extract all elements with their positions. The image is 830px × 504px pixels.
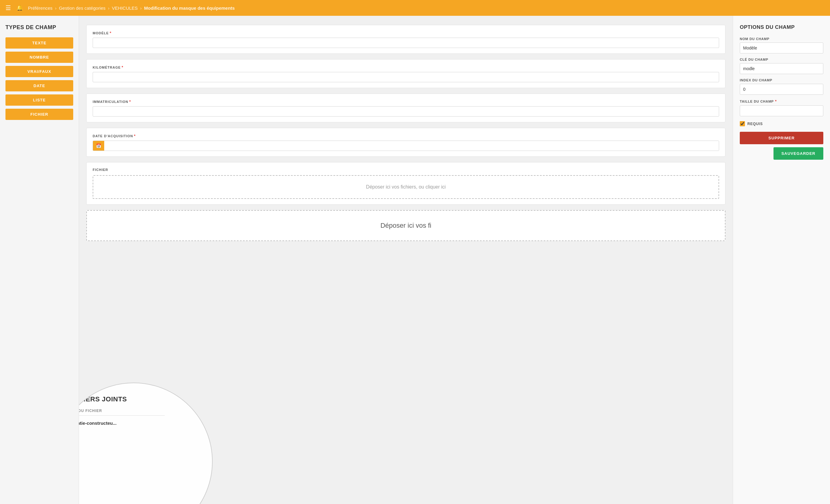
sidebar-title: TYPES DE CHAMP xyxy=(5,24,73,31)
taille-champ-input[interactable] xyxy=(740,105,823,116)
btn-vraifaux[interactable]: VRAI/FAUX xyxy=(5,66,73,77)
taille-champ-label: TAILLE DU CHAMP * xyxy=(740,99,823,104)
breadcrumb-sep-1: › xyxy=(55,5,57,11)
requis-row: REQUIS xyxy=(740,121,823,126)
breadcrumb-sep-2: › xyxy=(108,5,109,11)
btn-date[interactable]: DATE xyxy=(5,80,73,91)
dropzone[interactable]: Déposer ici vos fichiers, ou cliquer ici xyxy=(93,175,719,199)
fichiers-joints-row: garantie-constructeu... xyxy=(79,419,117,426)
circle-overlay: FICHIERS JOINTS NOM DU FICHIER garantie-… xyxy=(79,382,213,504)
left-sidebar: TYPES DE CHAMP TEXTE NOMBRE VRAI/FAUX DA… xyxy=(0,16,79,504)
modele-input[interactable] xyxy=(93,38,719,48)
nom-champ-label: NOM DU CHAMP xyxy=(740,37,823,41)
breadcrumb-current: Modification du masque des équipements xyxy=(144,5,234,11)
date-input[interactable] xyxy=(104,141,719,150)
breadcrumb-preferences[interactable]: Préférences xyxy=(28,5,53,11)
cle-champ-input[interactable] xyxy=(740,63,823,74)
kilometrage-label: KILOMÉTRAGE * xyxy=(93,65,719,70)
right-panel: OPTIONS DU CHAMP NOM DU CHAMP CLÉ DU CHA… xyxy=(733,16,830,504)
breadcrumb-sep-3: › xyxy=(140,5,141,11)
dropzone-second[interactable]: Déposer ici vos fi xyxy=(86,210,726,241)
immatriculation-required-star: * xyxy=(129,99,131,104)
kilometrage-input[interactable] xyxy=(93,72,719,82)
options-title: OPTIONS DU CHAMP xyxy=(740,24,823,30)
nom-champ-input[interactable] xyxy=(740,42,823,54)
btn-texte[interactable]: TEXTE xyxy=(5,37,73,48)
kilometrage-required-star: * xyxy=(122,65,123,70)
fichier-label: FICHIER xyxy=(93,168,719,172)
fichiers-joints-column: NOM DU FICHIER xyxy=(79,409,165,416)
date-calendar-button[interactable]: 📅 xyxy=(93,141,104,150)
breadcrumb-vehicules[interactable]: VEHICULES xyxy=(112,5,138,11)
requis-label: REQUIS xyxy=(747,122,763,126)
immatriculation-input[interactable] xyxy=(93,106,719,116)
btn-liste[interactable]: LISTE xyxy=(5,94,73,106)
supprimer-button[interactable]: SUPPRIMER xyxy=(740,132,823,144)
index-champ-input[interactable] xyxy=(740,84,823,95)
cle-champ-label: CLÉ DU CHAMP xyxy=(740,58,823,61)
breadcrumb: Préférences › Gestion des catégories › V… xyxy=(28,5,235,11)
modele-label: MODÈLE * xyxy=(93,31,719,35)
main-layout: TYPES DE CHAMP TEXTE NOMBRE VRAI/FAUX DA… xyxy=(0,16,830,504)
form-field-date: DATE D'ACQUISITION * 📅 xyxy=(86,128,726,157)
form-field-modele: MODÈLE * xyxy=(86,25,726,54)
form-field-immatriculation: IMMATRICULATION * xyxy=(86,94,726,122)
form-field-fichier: FICHIER Déposer ici vos fichiers, ou cli… xyxy=(86,162,726,205)
modele-required-star: * xyxy=(110,31,111,35)
center-content: MODÈLE * KILOMÉTRAGE * IMMATRICULATION * xyxy=(79,16,733,504)
bell-icon[interactable]: 🔔 xyxy=(17,5,23,11)
date-input-row: 📅 xyxy=(93,141,719,151)
taille-required-star: * xyxy=(775,99,777,104)
breadcrumb-categories[interactable]: Gestion des catégories xyxy=(59,5,105,11)
sauvegarder-button[interactable]: SAUVEGARDER xyxy=(773,147,823,160)
date-required-star: * xyxy=(134,134,136,138)
form-field-kilometrage: KILOMÉTRAGE * xyxy=(86,59,726,88)
topbar: ☰ 🔔 Préférences › Gestion des catégories… xyxy=(0,0,830,16)
date-label: DATE D'ACQUISITION * xyxy=(93,134,719,138)
btn-fichier[interactable]: FICHIER xyxy=(5,109,73,120)
requis-checkbox[interactable] xyxy=(740,121,745,126)
btn-nombre[interactable]: NOMBRE xyxy=(5,52,73,63)
index-champ-label: INDEX DU CHAMP xyxy=(740,78,823,82)
immatriculation-label: IMMATRICULATION * xyxy=(93,99,719,104)
fichiers-joints-title: FICHIERS JOINTS xyxy=(79,395,127,403)
menu-icon[interactable]: ☰ xyxy=(5,4,11,11)
